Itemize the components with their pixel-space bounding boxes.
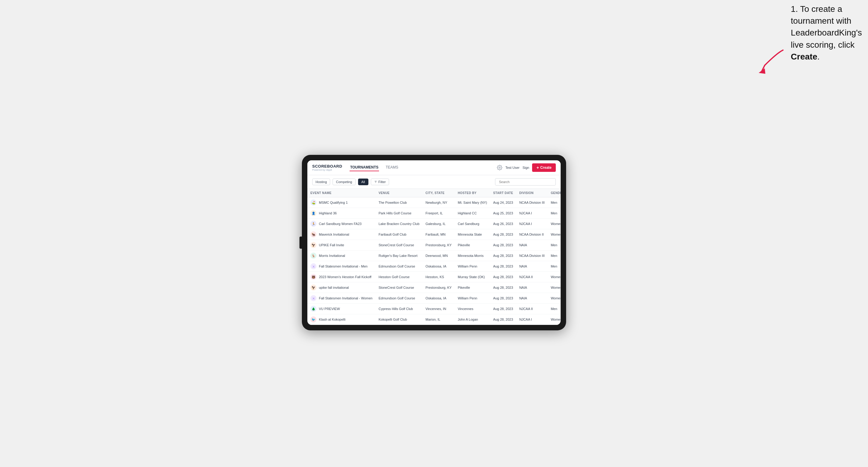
team-icon: 🐂 — [310, 231, 316, 238]
tablet-screen: SCOREBOARD Powered by clippit TOURNAMENT… — [307, 160, 561, 325]
cell-gender: Women — [548, 293, 561, 304]
event-name-text: Highland 36 — [319, 211, 337, 215]
cell-division: NCAA Division II — [516, 229, 548, 240]
nav-tabs: TOURNAMENTS TEAMS — [349, 164, 497, 171]
cell-gender: Women — [548, 314, 561, 325]
team-icon: ⚔ — [310, 295, 316, 301]
logo-text: SCOREBOARD — [312, 164, 342, 168]
cell-hosted: Minnesota State — [455, 229, 490, 240]
filter-competing[interactable]: Competing — [333, 179, 355, 185]
cell-date: Aug 28, 2023 — [490, 261, 516, 272]
team-icon: 🦅 — [310, 284, 316, 290]
cell-event-name: 🐦 Klash at Kokopelli — [307, 314, 375, 325]
cell-division: NCAA Division III — [516, 250, 548, 261]
cell-date: Aug 24, 2023 — [490, 197, 516, 208]
cell-hosted: Pikeville — [455, 240, 490, 250]
cell-gender: Women — [548, 282, 561, 293]
cell-division: NAIA — [516, 261, 548, 272]
cell-hosted: Vincennes — [455, 304, 490, 314]
cell-event-name: 🦅 upike fall invitational — [307, 282, 375, 293]
cell-event-name: 🦅 UPIKE Fall Invite — [307, 240, 375, 250]
col-division: DIVISION — [516, 189, 548, 197]
cell-city: Prestonsburg, KY — [423, 240, 455, 250]
cell-city: Faribault, MN — [423, 229, 455, 240]
event-name-text: UPIKE Fall Invite — [319, 243, 344, 247]
team-icon: 🐦 — [310, 316, 316, 322]
filter-hosting[interactable]: Hosting — [312, 179, 330, 185]
team-icon: 🏃 — [310, 221, 316, 227]
event-name-text: 2023 Women's Hesston Fall Kickoff — [319, 275, 371, 279]
cell-division: NJCAA II — [516, 304, 548, 314]
cell-city: Deerwood, MN — [423, 250, 455, 261]
table-row: ⚔ Fall Statesmen Invitational - Men Edmu… — [307, 261, 561, 272]
cell-event-name: 👤 Highland 36 — [307, 208, 375, 219]
cell-event-name: 🌲 VU PREVIEW — [307, 304, 375, 314]
cell-city: Freeport, IL — [423, 208, 455, 219]
cell-venue: The Powelton Club — [375, 197, 423, 208]
svg-marker-0 — [759, 68, 765, 74]
cell-event-name: 🏃 Carl Sandburg Women FA23 — [307, 219, 375, 229]
logo-area: SCOREBOARD Powered by clippit — [312, 164, 342, 171]
cell-city: Prestonsburg, KY — [423, 282, 455, 293]
cell-gender: Men — [548, 240, 561, 250]
table-container: EVENT NAME VENUE CITY, STATE HOSTED BY S… — [307, 189, 561, 325]
event-name-text: Morris Invitational — [319, 254, 345, 257]
sign-link[interactable]: Sign — [522, 166, 529, 169]
cell-event-name: 🐻 2023 Women's Hesston Fall Kickoff — [307, 272, 375, 282]
cell-date: Aug 25, 2023 — [490, 208, 516, 219]
cell-hosted: Mt. Saint Mary (NY) — [455, 197, 490, 208]
table-header-row: EVENT NAME VENUE CITY, STATE HOSTED BY S… — [307, 189, 561, 197]
cell-division: NAIA — [516, 293, 548, 304]
cell-division: NAIA — [516, 282, 548, 293]
col-hosted: HOSTED BY — [455, 189, 490, 197]
filter-button[interactable]: Filter — [371, 179, 389, 185]
cell-event-name: ⚔ Fall Statesmen Invitational - Women — [307, 293, 375, 304]
nav-right: Test User Sign Create — [497, 163, 556, 172]
cell-hosted: Highland CC — [455, 208, 490, 219]
table-row: 🐻 2023 Women's Hesston Fall Kickoff Hess… — [307, 272, 561, 282]
tab-teams[interactable]: TEAMS — [385, 164, 399, 171]
cell-event-name: ⚔ Fall Statesmen Invitational - Men — [307, 261, 375, 272]
col-city: CITY, STATE — [423, 189, 455, 197]
svg-point-1 — [499, 167, 500, 168]
cell-city: Newburgh, NY — [423, 197, 455, 208]
cell-division: NJCAA I — [516, 219, 548, 229]
cell-gender: Men — [548, 304, 561, 314]
cell-gender: Women — [548, 229, 561, 240]
cell-hosted: John A Logan — [455, 314, 490, 325]
cell-hosted: Minnesota-Morris — [455, 250, 490, 261]
team-icon: 🦅 — [310, 242, 316, 248]
cell-venue: Edmundson Golf Course — [375, 261, 423, 272]
user-label: Test User — [505, 166, 519, 169]
event-name-text: upike fall invitational — [319, 286, 349, 289]
team-icon: 🦌 — [310, 253, 316, 259]
cell-date: Aug 28, 2023 — [490, 272, 516, 282]
cell-date: Aug 28, 2023 — [490, 304, 516, 314]
col-date: START DATE — [490, 189, 516, 197]
table-row: 🦌 Morris Invitational Ruttger's Bay Lake… — [307, 250, 561, 261]
cell-gender: Women — [548, 219, 561, 229]
cell-venue: StoneCrest Golf Course — [375, 282, 423, 293]
col-event-name: EVENT NAME — [307, 189, 375, 197]
search-input[interactable] — [495, 178, 556, 186]
cell-city: Galesburg, IL — [423, 219, 455, 229]
cell-event-name: ⛳ MSMC Qualifying 1 — [307, 197, 375, 208]
team-icon: 👤 — [310, 210, 316, 216]
cell-hosted: William Penn — [455, 293, 490, 304]
table-row: 🌲 VU PREVIEW Cypress Hills Golf Club Vin… — [307, 304, 561, 314]
table-row: 👤 Highland 36 Park Hills Golf Course Fre… — [307, 208, 561, 219]
cell-city: Vincennes, IN — [423, 304, 455, 314]
tab-tournaments[interactable]: TOURNAMENTS — [349, 164, 379, 171]
team-icon: 🐻 — [310, 274, 316, 280]
cell-date: Aug 28, 2023 — [490, 282, 516, 293]
create-button[interactable]: Create — [532, 163, 556, 172]
filter-all[interactable]: All — [358, 179, 368, 185]
col-gender: GENDER — [548, 189, 561, 197]
cell-date: Aug 28, 2023 — [490, 240, 516, 250]
cell-venue: Ruttger's Bay Lake Resort — [375, 250, 423, 261]
event-name-text: MSMC Qualifying 1 — [319, 201, 348, 204]
gear-icon[interactable] — [497, 165, 502, 170]
cell-date: Aug 28, 2023 — [490, 250, 516, 261]
cell-city: Oskaloosa, IA — [423, 293, 455, 304]
cell-hosted: Murray State (OK) — [455, 272, 490, 282]
